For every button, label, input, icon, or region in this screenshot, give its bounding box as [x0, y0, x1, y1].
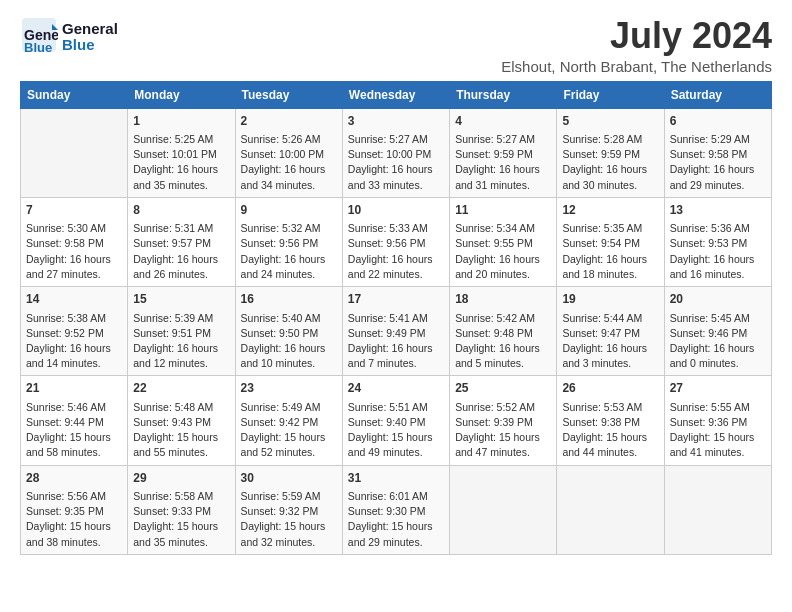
day-number: 12	[562, 202, 658, 219]
calendar-cell: 16Sunrise: 5:40 AMSunset: 9:50 PMDayligh…	[235, 287, 342, 376]
calendar-cell: 17Sunrise: 5:41 AMSunset: 9:49 PMDayligh…	[342, 287, 449, 376]
day-info: and 44 minutes.	[562, 445, 658, 460]
day-info: Sunset: 9:47 PM	[562, 326, 658, 341]
day-header-sunday: Sunday	[21, 81, 128, 108]
day-info: and 0 minutes.	[670, 356, 766, 371]
day-info: Sunset: 9:46 PM	[670, 326, 766, 341]
day-info: Sunset: 9:58 PM	[26, 236, 122, 251]
day-info: Sunrise: 5:53 AM	[562, 400, 658, 415]
day-number: 26	[562, 380, 658, 397]
day-info: Sunrise: 5:40 AM	[241, 311, 337, 326]
day-info: Sunset: 9:39 PM	[455, 415, 551, 430]
calendar-cell: 6Sunrise: 5:29 AMSunset: 9:58 PMDaylight…	[664, 108, 771, 197]
day-info: Sunrise: 5:33 AM	[348, 221, 444, 236]
logo-blue: Blue	[62, 37, 118, 54]
day-info: and 49 minutes.	[348, 445, 444, 460]
day-header-friday: Friday	[557, 81, 664, 108]
day-info: Sunset: 9:40 PM	[348, 415, 444, 430]
day-info: Sunset: 9:56 PM	[241, 236, 337, 251]
day-info: Sunrise: 5:36 AM	[670, 221, 766, 236]
calendar-table: SundayMondayTuesdayWednesdayThursdayFrid…	[20, 81, 772, 555]
logo: General Blue General Blue	[20, 16, 118, 58]
day-info: Sunrise: 5:35 AM	[562, 221, 658, 236]
day-info: Sunrise: 5:49 AM	[241, 400, 337, 415]
day-number: 9	[241, 202, 337, 219]
day-info: and 5 minutes.	[455, 356, 551, 371]
calendar-cell: 26Sunrise: 5:53 AMSunset: 9:38 PMDayligh…	[557, 376, 664, 465]
day-info: and 24 minutes.	[241, 267, 337, 282]
day-number: 30	[241, 470, 337, 487]
day-info: Sunrise: 5:46 AM	[26, 400, 122, 415]
day-info: Sunset: 9:33 PM	[133, 504, 229, 519]
day-number: 15	[133, 291, 229, 308]
day-info: and 12 minutes.	[133, 356, 229, 371]
calendar-cell: 25Sunrise: 5:52 AMSunset: 9:39 PMDayligh…	[450, 376, 557, 465]
day-info: Daylight: 15 hours	[133, 430, 229, 445]
day-info: Sunrise: 5:34 AM	[455, 221, 551, 236]
day-number: 11	[455, 202, 551, 219]
day-number: 24	[348, 380, 444, 397]
calendar-cell: 21Sunrise: 5:46 AMSunset: 9:44 PMDayligh…	[21, 376, 128, 465]
day-info: Sunrise: 5:51 AM	[348, 400, 444, 415]
day-info: Sunset: 9:43 PM	[133, 415, 229, 430]
day-info: Daylight: 16 hours	[562, 341, 658, 356]
day-info: Daylight: 15 hours	[26, 519, 122, 534]
day-info: Daylight: 16 hours	[348, 341, 444, 356]
day-info: Daylight: 16 hours	[133, 252, 229, 267]
calendar-cell: 1Sunrise: 5:25 AMSunset: 10:01 PMDayligh…	[128, 108, 235, 197]
calendar-cell	[664, 465, 771, 554]
day-info: Daylight: 16 hours	[26, 341, 122, 356]
day-info: Sunset: 9:32 PM	[241, 504, 337, 519]
location-title: Elshout, North Brabant, The Netherlands	[501, 58, 772, 75]
day-info: Sunrise: 5:30 AM	[26, 221, 122, 236]
calendar-cell: 10Sunrise: 5:33 AMSunset: 9:56 PMDayligh…	[342, 197, 449, 286]
day-number: 20	[670, 291, 766, 308]
day-info: and 27 minutes.	[26, 267, 122, 282]
day-info: Sunrise: 5:38 AM	[26, 311, 122, 326]
day-info: Sunrise: 5:27 AM	[455, 132, 551, 147]
day-info: Sunrise: 6:01 AM	[348, 489, 444, 504]
day-info: Sunrise: 5:45 AM	[670, 311, 766, 326]
day-info: Daylight: 15 hours	[241, 430, 337, 445]
day-info: and 29 minutes.	[670, 178, 766, 193]
calendar-cell: 9Sunrise: 5:32 AMSunset: 9:56 PMDaylight…	[235, 197, 342, 286]
day-info: Sunset: 9:44 PM	[26, 415, 122, 430]
calendar-cell: 11Sunrise: 5:34 AMSunset: 9:55 PMDayligh…	[450, 197, 557, 286]
day-number: 18	[455, 291, 551, 308]
day-info: and 34 minutes.	[241, 178, 337, 193]
calendar-cell: 5Sunrise: 5:28 AMSunset: 9:59 PMDaylight…	[557, 108, 664, 197]
logo-icon: General Blue	[20, 16, 58, 54]
calendar-cell	[21, 108, 128, 197]
day-info: Daylight: 16 hours	[562, 162, 658, 177]
day-info: Sunrise: 5:25 AM	[133, 132, 229, 147]
day-info: and 32 minutes.	[241, 535, 337, 550]
day-number: 2	[241, 113, 337, 130]
day-info: and 26 minutes.	[133, 267, 229, 282]
calendar-header-row: SundayMondayTuesdayWednesdayThursdayFrid…	[21, 81, 772, 108]
day-info: Sunset: 9:54 PM	[562, 236, 658, 251]
calendar-week-row: 21Sunrise: 5:46 AMSunset: 9:44 PMDayligh…	[21, 376, 772, 465]
calendar-cell: 24Sunrise: 5:51 AMSunset: 9:40 PMDayligh…	[342, 376, 449, 465]
day-info: Sunrise: 5:27 AM	[348, 132, 444, 147]
day-info: and 10 minutes.	[241, 356, 337, 371]
day-info: Daylight: 15 hours	[26, 430, 122, 445]
day-info: Sunset: 9:49 PM	[348, 326, 444, 341]
day-info: Sunrise: 5:39 AM	[133, 311, 229, 326]
day-info: Daylight: 16 hours	[348, 252, 444, 267]
day-info: Sunrise: 5:41 AM	[348, 311, 444, 326]
day-info: Daylight: 16 hours	[670, 252, 766, 267]
calendar-cell: 31Sunrise: 6:01 AMSunset: 9:30 PMDayligh…	[342, 465, 449, 554]
day-info: Daylight: 16 hours	[26, 252, 122, 267]
day-info: Daylight: 16 hours	[562, 252, 658, 267]
day-number: 13	[670, 202, 766, 219]
day-number: 6	[670, 113, 766, 130]
day-info: and 52 minutes.	[241, 445, 337, 460]
day-info: Sunrise: 5:48 AM	[133, 400, 229, 415]
day-number: 10	[348, 202, 444, 219]
calendar-cell: 7Sunrise: 5:30 AMSunset: 9:58 PMDaylight…	[21, 197, 128, 286]
day-info: Sunset: 9:53 PM	[670, 236, 766, 251]
calendar-cell: 14Sunrise: 5:38 AMSunset: 9:52 PMDayligh…	[21, 287, 128, 376]
day-header-tuesday: Tuesday	[235, 81, 342, 108]
calendar-cell: 4Sunrise: 5:27 AMSunset: 9:59 PMDaylight…	[450, 108, 557, 197]
day-info: Sunset: 10:01 PM	[133, 147, 229, 162]
